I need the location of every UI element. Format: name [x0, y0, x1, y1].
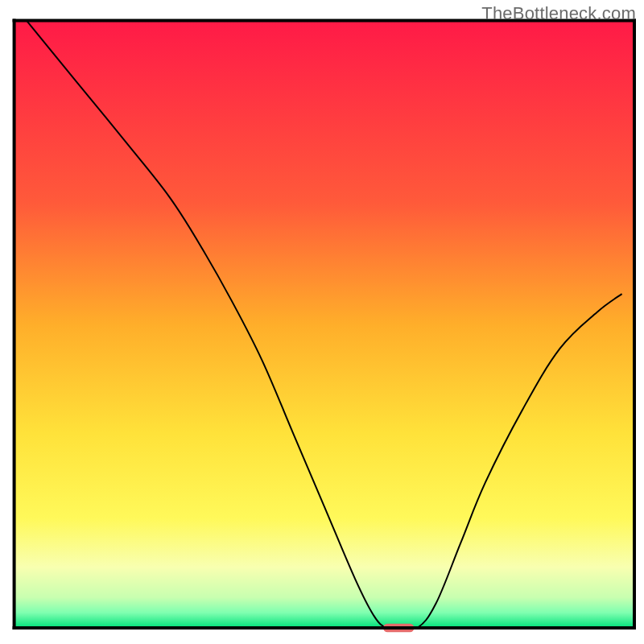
chart-container: TheBottleneck.com: [0, 0, 644, 644]
plot-background: [14, 21, 634, 628]
watermark-text: TheBottleneck.com: [481, 3, 636, 24]
bottleneck-chart: [0, 0, 644, 644]
